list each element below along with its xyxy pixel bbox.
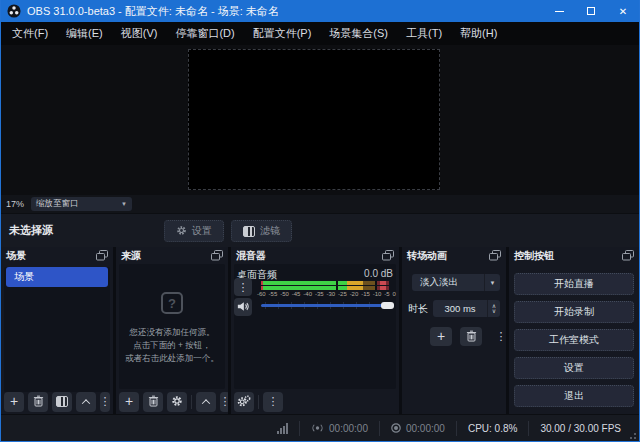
- transitions-dock-header[interactable]: 转场动画: [402, 247, 506, 264]
- title-bar[interactable]: OBS 31.0.0-beta3 - 配置文件: 未命名 - 场景: 未命名 ✕: [1, 0, 639, 22]
- source-list[interactable]: ? 您还没有添加任何源。 点击下面的 + 按钮， 或者右击此处添加一个。: [119, 264, 225, 389]
- popout-icon[interactable]: [96, 250, 108, 261]
- source-properties-button[interactable]: 设置: [164, 220, 224, 242]
- zoom-mode-dropdown[interactable]: 缩放至窗口 ▼: [31, 197, 132, 211]
- mixer-dock-title: 混音器: [236, 249, 266, 263]
- minimize-button[interactable]: [543, 0, 575, 22]
- fps-indicator: 30.00 / 30.00 FPS: [540, 423, 621, 434]
- popout-icon[interactable]: [489, 250, 501, 261]
- db-scale: -60-55-50-45-40-35-30-25-20-15-10-50: [257, 291, 396, 297]
- status-divider: [528, 421, 529, 436]
- program-canvas[interactable]: [188, 49, 440, 190]
- settings-button[interactable]: 设置: [514, 357, 634, 379]
- source-properties-toolbar-button[interactable]: [167, 392, 187, 412]
- remove-source-button[interactable]: [143, 392, 163, 412]
- menu-file[interactable]: 文件(F): [3, 22, 57, 45]
- exit-button[interactable]: 退出: [514, 385, 634, 407]
- mute-button[interactable]: [234, 298, 252, 316]
- cpu-usage: CPU: 0.8%: [468, 423, 517, 434]
- start-recording-button[interactable]: 开始录制: [514, 301, 634, 323]
- vertical-dots-icon: ⋮: [496, 331, 507, 342]
- trash-icon: [466, 330, 477, 344]
- popout-icon[interactable]: [382, 250, 394, 261]
- chevron-down-icon: ▼: [121, 201, 127, 207]
- controls-dock: 控制按钮 开始直播 开始录制 工作室模式 设置 退出: [509, 247, 639, 414]
- window-title: OBS 31.0.0-beta3 - 配置文件: 未命名 - 场景: 未命名: [27, 4, 279, 19]
- menu-profile[interactable]: 配置文件(P): [244, 22, 321, 45]
- mixer-menu-button[interactable]: ⋮: [263, 392, 283, 412]
- close-button[interactable]: ✕: [607, 0, 639, 22]
- vertical-dots-icon: ⋮: [100, 396, 111, 407]
- popout-icon[interactable]: [211, 250, 223, 261]
- minimize-icon: [555, 11, 564, 12]
- resize-grip[interactable]: [629, 432, 636, 439]
- scene-list[interactable]: 场景: [4, 267, 110, 392]
- add-scene-button[interactable]: +: [4, 392, 24, 412]
- volume-meter-bar-left: [261, 281, 389, 285]
- transition-value: 淡入淡出: [420, 276, 458, 289]
- maximize-button[interactable]: [575, 0, 607, 22]
- double-gear-icon: [237, 395, 251, 409]
- duration-spinner[interactable]: 300 ms ∧∨: [433, 300, 500, 317]
- toolbar-divider: [258, 395, 259, 409]
- source-filters-label: 滤镜: [260, 224, 280, 238]
- transition-dropdown[interactable]: 淡入淡出 ▼: [412, 274, 500, 291]
- advanced-audio-button[interactable]: [234, 392, 254, 412]
- signal-bars-icon: [277, 423, 288, 434]
- menu-docks[interactable]: 停靠窗口(D): [166, 22, 243, 45]
- menu-edit[interactable]: 编辑(E): [57, 22, 112, 45]
- source-filters-button[interactable]: 滤镜: [231, 220, 292, 242]
- record-time: 00:00:00: [406, 423, 445, 434]
- gear-icon: [176, 225, 187, 238]
- move-scene-up-button[interactable]: [76, 392, 96, 412]
- slider-handle[interactable]: [381, 302, 394, 309]
- chevron-up-icon: [82, 399, 90, 407]
- add-transition-button[interactable]: +: [430, 327, 452, 346]
- maximize-icon: [587, 7, 595, 15]
- menu-help[interactable]: 帮助(H): [451, 22, 506, 45]
- controls-dock-header[interactable]: 控制按钮: [509, 247, 639, 264]
- remove-transition-button[interactable]: [460, 327, 482, 346]
- trash-icon: [33, 395, 44, 409]
- sources-dock-header[interactable]: 来源: [116, 247, 228, 264]
- start-streaming-button[interactable]: 开始直播: [514, 273, 634, 295]
- popout-icon[interactable]: [622, 250, 634, 261]
- scene-menu-button[interactable]: ⋮: [100, 392, 110, 412]
- zoom-level: 17%: [6, 199, 24, 209]
- scenes-dock-toolbar: + ⋮: [1, 389, 113, 414]
- mixer-dock-header[interactable]: 混音器: [231, 247, 399, 264]
- vertical-dots-icon: ⋮: [238, 282, 249, 293]
- preview-zoom-row: 17% 缩放至窗口 ▼: [1, 195, 639, 213]
- source-menu-button[interactable]: ⋮: [220, 392, 228, 412]
- duration-label: 时长: [408, 302, 428, 316]
- scenes-dock: 场景 场景 + ⋮: [1, 247, 113, 414]
- menu-tools[interactable]: 工具(T): [397, 22, 451, 45]
- sources-empty-line: 或者右击此处添加一个。: [125, 352, 219, 365]
- filter-icon: [56, 396, 68, 407]
- sources-dock-title: 来源: [121, 249, 141, 263]
- sources-empty-line: 您还没有添加任何源。: [130, 326, 215, 339]
- scenes-dock-header[interactable]: 场景: [1, 247, 113, 264]
- volume-slider[interactable]: [261, 301, 394, 310]
- menu-bar: 文件(F) 编辑(E) 视图(V) 停靠窗口(D) 配置文件(P) 场景集合(S…: [1, 22, 639, 45]
- menu-scene-collection[interactable]: 场景集合(S): [320, 22, 397, 45]
- scene-list-item-selected[interactable]: 场景: [6, 267, 108, 287]
- dock-row: 场景 场景 + ⋮ 来源: [1, 247, 639, 414]
- studio-mode-button[interactable]: 工作室模式: [514, 329, 634, 351]
- mixer-channel-menu-button[interactable]: ⋮: [234, 278, 252, 296]
- slider-track[interactable]: [261, 304, 394, 307]
- scene-filters-button[interactable]: [52, 392, 72, 412]
- mixer-dock-toolbar: ⋮: [231, 389, 399, 414]
- remove-scene-button[interactable]: [28, 392, 48, 412]
- status-bar: 00:00:00 00:00:00 CPU: 0.8% 30.00 / 30.0…: [1, 414, 639, 442]
- add-source-button[interactable]: +: [119, 392, 139, 412]
- transitions-dock-title: 转场动画: [407, 249, 447, 263]
- preview-area[interactable]: [1, 45, 639, 195]
- speaker-icon: [237, 301, 249, 314]
- spinner-arrows[interactable]: ∧∨: [487, 300, 500, 317]
- no-source-label: 未选择源: [9, 223, 53, 238]
- gear-icon: [171, 395, 183, 409]
- move-source-up-button[interactable]: [196, 392, 216, 412]
- plus-icon: +: [125, 394, 133, 408]
- menu-view[interactable]: 视图(V): [112, 22, 167, 45]
